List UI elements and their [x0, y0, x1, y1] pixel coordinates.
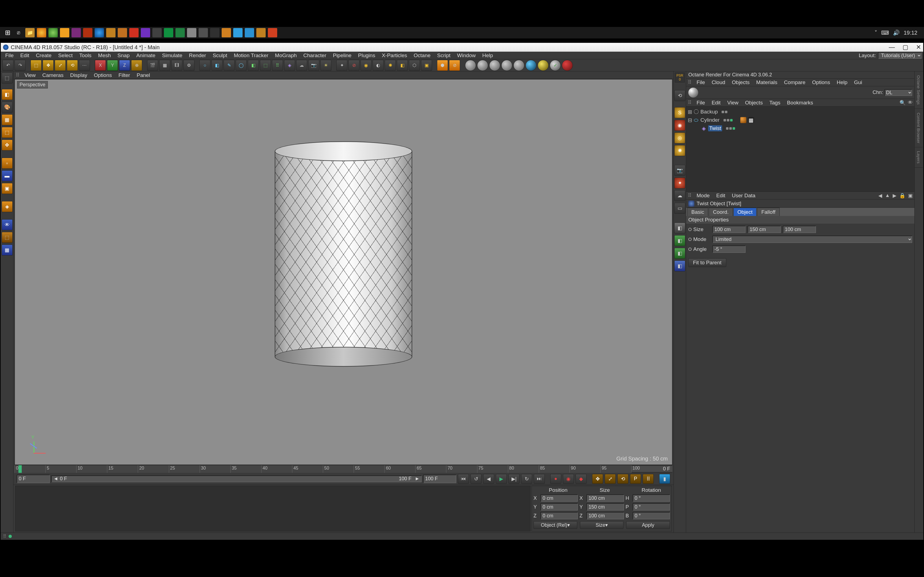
tray-volume-icon[interactable]: 🔊: [893, 29, 900, 36]
taskbar-app-20[interactable]: [245, 28, 254, 37]
taskbar-app-8[interactable]: [106, 28, 115, 37]
prev-frame-button[interactable]: ◀: [483, 474, 494, 484]
ommenu-item-tags[interactable]: Tags: [767, 99, 783, 106]
octmenu-item-cloud[interactable]: Cloud: [709, 79, 728, 86]
vpmenu-item-options[interactable]: Options: [91, 72, 115, 79]
octmenu-item-help[interactable]: Help: [834, 79, 850, 86]
lasttool-button[interactable]: ⋯: [79, 60, 90, 71]
viewport[interactable]: Perspective Y Grid Spacing : 50 cm: [15, 79, 672, 465]
om-item-backup[interactable]: ⊞ 〇 Backup: [688, 108, 913, 116]
current-frame-field[interactable]: 0 F: [60, 476, 67, 482]
menu-item-character[interactable]: Character: [300, 52, 329, 59]
axis-mode-button[interactable]: ✥: [2, 140, 13, 151]
om-item-cylinder[interactable]: ⊟ ⬭ Cylinder ▦: [688, 116, 913, 124]
xp-material-button[interactable]: ◐: [373, 60, 384, 71]
point-mode-button[interactable]: ▫: [2, 158, 13, 169]
tab-object[interactable]: Object: [733, 208, 757, 216]
snap-button[interactable]: ⬚: [2, 232, 13, 243]
menu-item-render[interactable]: Render: [186, 52, 209, 59]
make-editable-button[interactable]: ⬚: [2, 73, 13, 84]
spline-pen-button[interactable]: ✎: [224, 60, 234, 71]
gsphere-6[interactable]: [525, 60, 536, 71]
coord-mode2-dropdown[interactable]: Size ▾: [580, 521, 624, 529]
ommenu-item-file[interactable]: File: [694, 99, 708, 106]
om-item-label[interactable]: Twist: [708, 125, 722, 131]
coord-apply-button[interactable]: Apply: [626, 521, 670, 529]
attr-lock-icon[interactable]: 🔒: [899, 193, 905, 199]
attr-newwin-icon[interactable]: ▣: [908, 193, 913, 199]
range-end-field[interactable]: 100 F: [423, 475, 456, 483]
size-x-field[interactable]: 100 cm: [712, 226, 746, 233]
menu-item-simulate[interactable]: Simulate: [159, 52, 185, 59]
octmenu-item-objects[interactable]: Objects: [729, 79, 752, 86]
attrmenu-item-mode[interactable]: Mode: [694, 192, 712, 199]
pal-camera-button[interactable]: 📷: [674, 165, 685, 176]
coord-size-field[interactable]: 100 cm: [586, 512, 624, 519]
keymode-pos-button[interactable]: ✥: [592, 474, 603, 484]
maximize-button[interactable]: ▢: [903, 44, 908, 51]
pal-reset-button[interactable]: ⟲: [674, 90, 685, 101]
anim-ring-icon[interactable]: [688, 238, 691, 241]
camera-button[interactable]: 📷: [308, 60, 319, 71]
mode-dropdown[interactable]: Limited: [712, 236, 912, 243]
menu-item-edit[interactable]: Edit: [18, 52, 32, 59]
light-button[interactable]: ☀: [320, 60, 331, 71]
generator-subdiv-button[interactable]: ◧: [248, 60, 259, 71]
ommenu-item-bookmarks[interactable]: Bookmarks: [784, 99, 816, 106]
coord-size-field[interactable]: 150 cm: [586, 503, 624, 511]
record-button[interactable]: ●: [550, 474, 561, 484]
taskbar-app-12[interactable]: [152, 28, 162, 37]
octmenu-item-gui[interactable]: Gui: [851, 79, 865, 86]
pal-cube3-button[interactable]: ◧: [674, 248, 685, 259]
render-view-button[interactable]: 🎬: [147, 60, 158, 71]
primitive-null-button[interactable]: ○: [199, 60, 210, 71]
vpmenu-item-panel[interactable]: Panel: [134, 72, 153, 79]
task-view-icon[interactable]: ⎚: [14, 28, 23, 37]
keymode-param-button[interactable]: P: [630, 474, 641, 484]
taskbar-app-13[interactable]: [164, 28, 173, 37]
coord-pos-field[interactable]: 0 cm: [541, 512, 578, 519]
taskbar-app-2[interactable]: [37, 28, 46, 37]
om-item-label[interactable]: Cylinder: [700, 117, 720, 123]
coord-mode1-dropdown[interactable]: Object (Rel) ▾: [533, 521, 577, 529]
play-button[interactable]: ▶: [496, 474, 507, 484]
pal-paint-button[interactable]: ◉: [674, 120, 685, 131]
undo-button[interactable]: ↶: [2, 60, 13, 71]
vpmenu-item-display[interactable]: Display: [67, 72, 90, 79]
redo-button[interactable]: ↷: [15, 60, 26, 71]
xp-tag-button[interactable]: ▣: [421, 60, 432, 71]
fit-to-parent-button[interactable]: Fit to Parent: [688, 258, 726, 267]
menu-item-select[interactable]: Select: [55, 52, 75, 59]
rotate-button[interactable]: ⟲: [67, 60, 78, 71]
tab-coord[interactable]: Coord.: [709, 208, 733, 216]
poly-mode-button[interactable]: ▣: [2, 183, 13, 194]
attrmenu-item-user-data[interactable]: User Data: [729, 192, 758, 199]
move-button[interactable]: ✥: [43, 60, 53, 71]
next-frame-button[interactable]: ▶|: [509, 474, 520, 484]
goto-start-button[interactable]: ⏮: [458, 474, 469, 484]
expander-icon[interactable]: ⊟: [688, 117, 691, 123]
anim-ring-icon[interactable]: [688, 248, 691, 251]
live-select-button[interactable]: ⬚: [31, 60, 42, 71]
menu-item-octane[interactable]: Octane: [411, 52, 433, 59]
goto-end-button[interactable]: ⏭: [534, 474, 545, 484]
pal-floor-button[interactable]: ▭: [674, 203, 685, 214]
gsphere-4[interactable]: [501, 60, 512, 71]
tweak-mode-button[interactable]: ◈: [2, 201, 13, 212]
menu-item-create[interactable]: Create: [33, 52, 54, 59]
pal-light-button[interactable]: ✦: [674, 177, 685, 189]
xp-modifier-button[interactable]: ✺: [385, 60, 396, 71]
minimize-button[interactable]: —: [889, 44, 895, 51]
texture-mode-button[interactable]: 🎨: [2, 102, 13, 113]
taskbar-app-3[interactable]: [48, 28, 58, 37]
menu-item-plugins[interactable]: Plugins: [355, 52, 378, 59]
octane-preview-sphere[interactable]: [688, 88, 698, 98]
menu-item-animate[interactable]: Animate: [133, 52, 158, 59]
tab-falloff[interactable]: Falloff: [757, 208, 779, 216]
angle-field[interactable]: -5 °: [712, 246, 746, 253]
display-tag-icon[interactable]: ▦: [748, 117, 754, 123]
gsphere-8[interactable]: ✓: [550, 60, 561, 71]
keymode-rot-button[interactable]: ⟲: [617, 474, 628, 484]
axis-z-toggle[interactable]: Z: [119, 60, 130, 71]
viewport-cylinder-object[interactable]: [275, 141, 412, 366]
